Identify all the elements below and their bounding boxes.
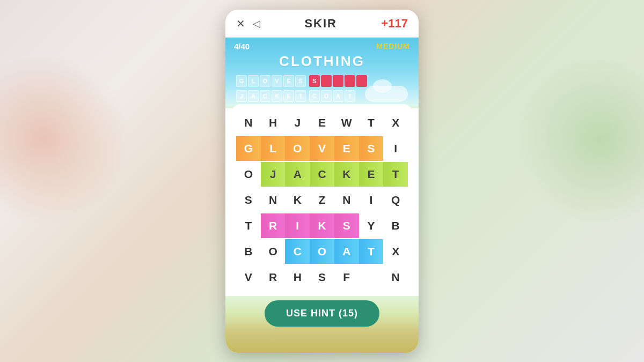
chip-letter: T	[295, 90, 306, 102]
cell-3-6[interactable]: Q	[383, 188, 408, 212]
chip-letter: V	[272, 75, 282, 87]
chip-letter	[345, 75, 355, 87]
cell-0-2[interactable]: J	[285, 110, 310, 135]
cell-1-2[interactable]: O	[285, 136, 310, 161]
cell-4-5[interactable]: Y	[359, 213, 384, 238]
cell-6-5[interactable]	[359, 265, 384, 290]
category-title: CLOTHING	[234, 53, 410, 70]
chip-jacket: J A C K E T	[236, 90, 306, 102]
cell-2-2[interactable]: A	[285, 162, 310, 187]
grid-row-1: G L O V E S I	[236, 136, 408, 161]
cell-6-2[interactable]: H	[285, 265, 310, 290]
cell-0-1[interactable]: H	[261, 110, 286, 135]
bottom-gradient	[225, 332, 419, 353]
chip-letter: J	[236, 90, 247, 102]
chip-letter: G	[236, 75, 247, 87]
cell-5-5[interactable]: T	[359, 239, 384, 264]
cell-5-0[interactable]: B	[236, 239, 261, 264]
cell-5-2[interactable]: C	[285, 239, 310, 264]
chip-coat: C O A T	[309, 90, 355, 102]
grid-row-5: B O C O A T X	[236, 239, 408, 264]
grid-row-0: N H J E W T X	[236, 110, 408, 135]
chip-letter: C	[309, 90, 320, 102]
cell-4-3[interactable]: K	[310, 213, 334, 238]
cell-2-4[interactable]: K	[334, 162, 359, 187]
chip-letter: S	[295, 75, 306, 87]
cell-2-6[interactable]: T	[383, 162, 408, 187]
grid-row-6: V R H S F N	[236, 265, 408, 290]
sound-icon[interactable]: ◁	[253, 18, 260, 29]
chip-skirt: S	[309, 75, 367, 87]
hint-button[interactable]: USE HINT (15)	[265, 300, 379, 327]
hint-area: USE HINT (15)	[225, 296, 419, 332]
cell-2-3[interactable]: C	[310, 162, 334, 187]
cell-0-4[interactable]: W	[334, 110, 359, 135]
cell-2-5[interactable]: E	[359, 162, 384, 187]
phone-frame: ✕ ◁ SKIR +117 4/40 MEDIUM CLOTHING G L O…	[225, 10, 419, 353]
cell-3-2[interactable]: K	[285, 188, 310, 212]
cell-3-4[interactable]: N	[334, 188, 359, 212]
progress-text: 4/40	[234, 42, 250, 51]
cell-5-6[interactable]: X	[383, 239, 408, 264]
grid-row-3: S N K Z N I Q	[236, 188, 408, 212]
top-bar: ✕ ◁ SKIR +117	[225, 10, 419, 38]
chip-letter	[333, 75, 343, 87]
word-title: SKIR	[304, 17, 337, 31]
cell-3-0[interactable]: S	[236, 188, 261, 212]
cell-1-6[interactable]: I	[383, 136, 408, 161]
chip-letter: S	[309, 75, 320, 87]
cell-2-1[interactable]: J	[261, 162, 286, 187]
sky-top-row: 4/40 MEDIUM	[234, 42, 410, 51]
cell-6-0[interactable]: V	[236, 265, 261, 290]
cell-6-1[interactable]: R	[261, 265, 286, 290]
cell-1-1[interactable]: L	[261, 136, 286, 161]
chip-letter: O	[260, 75, 270, 87]
top-bar-left: ✕ ◁	[236, 17, 260, 30]
chip-gloves: G L O V E S	[236, 75, 306, 87]
cell-0-5[interactable]: T	[359, 110, 384, 135]
cell-6-4[interactable]: F	[334, 265, 359, 290]
cell-5-4[interactable]: A	[334, 239, 359, 264]
chip-letter: K	[272, 90, 282, 102]
word-search-grid[interactable]: N H J E W T X G L O V E S I O J	[232, 104, 412, 296]
cell-4-6[interactable]: B	[383, 213, 408, 238]
cell-2-0[interactable]: O	[236, 162, 261, 187]
cell-4-2[interactable]: I	[285, 213, 310, 238]
cell-1-3[interactable]: V	[310, 136, 334, 161]
cell-6-6[interactable]: N	[383, 265, 408, 290]
chip-letter: A	[333, 90, 343, 102]
cell-3-5[interactable]: I	[359, 188, 384, 212]
sky-area: 4/40 MEDIUM CLOTHING G L O V E S S	[225, 38, 419, 108]
chip-letter: L	[248, 75, 259, 87]
grid-rows: N H J E W T X G L O V E S I O J	[236, 110, 408, 290]
cell-0-6[interactable]: X	[383, 110, 408, 135]
chip-letter: C	[260, 90, 270, 102]
cloud	[365, 86, 408, 102]
cell-1-4[interactable]: E	[334, 136, 359, 161]
chip-letter: A	[248, 90, 259, 102]
cell-5-3[interactable]: O	[310, 239, 334, 264]
cell-5-1[interactable]: O	[261, 239, 286, 264]
close-icon[interactable]: ✕	[236, 17, 245, 30]
chip-letter	[321, 75, 332, 87]
cell-0-0[interactable]: N	[236, 110, 261, 135]
cell-0-3[interactable]: E	[310, 110, 334, 135]
cell-3-3[interactable]: Z	[310, 188, 334, 212]
chip-letter: T	[345, 90, 355, 102]
cell-1-5[interactable]: S	[359, 136, 384, 161]
chip-letter: E	[283, 75, 294, 87]
difficulty-badge: MEDIUM	[376, 42, 410, 50]
cell-4-1[interactable]: R	[261, 213, 286, 238]
cell-4-0[interactable]: T	[236, 213, 261, 238]
cell-3-1[interactable]: N	[261, 188, 286, 212]
grid-row-2: O J A C K E T	[236, 162, 408, 187]
cell-4-4[interactable]: S	[334, 213, 359, 238]
chip-letter: O	[321, 90, 332, 102]
grid-row-4: T R I K S Y B	[236, 213, 408, 238]
score-display: +117	[381, 17, 408, 31]
cell-1-0[interactable]: G	[236, 136, 261, 161]
chip-letter	[356, 75, 367, 87]
chip-letter: E	[283, 90, 294, 102]
cell-6-3[interactable]: S	[310, 265, 334, 290]
